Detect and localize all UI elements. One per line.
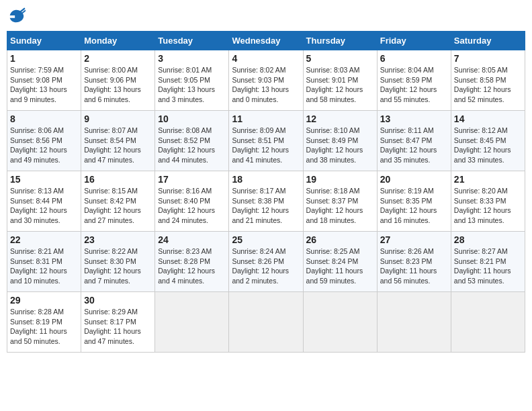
day-info: Sunrise: 8:21 AM Sunset: 8:31 PM Dayligh…: [10, 246, 78, 286]
day-cell: 12 Sunrise: 8:10 AM Sunset: 8:49 PM Dayl…: [303, 111, 377, 171]
day-number: 1: [10, 53, 78, 64]
day-info: Sunrise: 8:11 AM Sunset: 8:47 PM Dayligh…: [380, 126, 448, 165]
day-number: 19: [306, 174, 374, 185]
day-info: Sunrise: 8:06 AM Sunset: 8:56 PM Dayligh…: [10, 126, 78, 165]
day-info: Sunrise: 8:24 AM Sunset: 8:26 PM Dayligh…: [232, 246, 300, 286]
day-cell: 25 Sunrise: 8:24 AM Sunset: 8:26 PM Dayl…: [229, 232, 303, 292]
day-number: 13: [380, 113, 448, 124]
column-header-wednesday: Wednesday: [229, 32, 303, 50]
day-info: Sunrise: 8:18 AM Sunset: 8:37 PM Dayligh…: [306, 186, 374, 226]
day-number: 23: [84, 234, 152, 245]
day-number: 16: [84, 174, 152, 185]
day-cell: 22 Sunrise: 8:21 AM Sunset: 8:31 PM Dayl…: [7, 232, 81, 292]
column-header-saturday: Saturday: [451, 32, 525, 50]
day-info: Sunrise: 8:17 AM Sunset: 8:38 PM Dayligh…: [232, 186, 300, 226]
day-cell: 21 Sunrise: 8:20 AM Sunset: 8:33 PM Dayl…: [451, 171, 525, 232]
day-cell: [377, 292, 451, 353]
day-number: 30: [84, 295, 152, 306]
week-row-2: 8 Sunrise: 8:06 AM Sunset: 8:56 PM Dayli…: [7, 111, 525, 171]
day-number: 3: [158, 53, 226, 64]
day-cell: 28 Sunrise: 8:27 AM Sunset: 8:21 PM Dayl…: [451, 232, 525, 292]
column-header-sunday: Sunday: [7, 32, 81, 50]
day-info: Sunrise: 8:25 AM Sunset: 8:24 PM Dayligh…: [306, 246, 374, 286]
day-cell: 4 Sunrise: 8:02 AM Sunset: 9:03 PM Dayli…: [229, 50, 303, 111]
column-header-thursday: Thursday: [303, 32, 377, 50]
day-number: 21: [454, 174, 522, 185]
day-cell: 9 Sunrise: 8:07 AM Sunset: 8:54 PM Dayli…: [81, 111, 155, 171]
day-cell: 7 Sunrise: 8:05 AM Sunset: 8:58 PM Dayli…: [451, 50, 525, 111]
day-cell: [155, 292, 229, 353]
day-cell: 17 Sunrise: 8:16 AM Sunset: 8:40 PM Dayl…: [155, 171, 229, 232]
day-number: 5: [306, 53, 374, 64]
day-cell: 6 Sunrise: 8:04 AM Sunset: 8:59 PM Dayli…: [377, 50, 451, 111]
day-number: 18: [232, 174, 300, 185]
day-info: Sunrise: 8:01 AM Sunset: 9:05 PM Dayligh…: [158, 65, 226, 105]
day-cell: 20 Sunrise: 8:19 AM Sunset: 8:35 PM Dayl…: [377, 171, 451, 232]
day-number: 27: [380, 234, 448, 245]
day-cell: 16 Sunrise: 8:15 AM Sunset: 8:42 PM Dayl…: [81, 171, 155, 232]
day-number: 24: [158, 234, 226, 245]
calendar-header: SundayMondayTuesdayWednesdayThursdayFrid…: [7, 32, 525, 50]
column-header-friday: Friday: [377, 32, 451, 50]
day-info: Sunrise: 8:05 AM Sunset: 8:58 PM Dayligh…: [454, 65, 522, 105]
day-cell: 15 Sunrise: 8:13 AM Sunset: 8:44 PM Dayl…: [7, 171, 81, 232]
day-number: 15: [10, 174, 78, 185]
week-row-4: 22 Sunrise: 8:21 AM Sunset: 8:31 PM Dayl…: [7, 232, 525, 292]
day-cell: 23 Sunrise: 8:22 AM Sunset: 8:30 PM Dayl…: [81, 232, 155, 292]
day-number: 6: [380, 53, 448, 64]
day-number: 22: [10, 234, 78, 245]
logo: [7, 7, 28, 26]
day-number: 10: [158, 113, 226, 124]
day-cell: 27 Sunrise: 8:26 AM Sunset: 8:23 PM Dayl…: [377, 232, 451, 292]
day-info: Sunrise: 8:02 AM Sunset: 9:03 PM Dayligh…: [232, 65, 300, 105]
day-cell: 2 Sunrise: 8:00 AM Sunset: 9:06 PM Dayli…: [81, 50, 155, 111]
week-row-3: 15 Sunrise: 8:13 AM Sunset: 8:44 PM Dayl…: [7, 171, 525, 232]
day-number: 14: [454, 113, 522, 124]
day-cell: [303, 292, 377, 353]
day-info: Sunrise: 8:15 AM Sunset: 8:42 PM Dayligh…: [84, 186, 152, 226]
day-number: 7: [454, 53, 522, 64]
day-number: 12: [306, 113, 374, 124]
day-cell: [229, 292, 303, 353]
day-cell: 14 Sunrise: 8:12 AM Sunset: 8:45 PM Dayl…: [451, 111, 525, 171]
calendar-table: SundayMondayTuesdayWednesdayThursdayFrid…: [7, 31, 525, 353]
day-cell: 5 Sunrise: 8:03 AM Sunset: 9:01 PM Dayli…: [303, 50, 377, 111]
day-info: Sunrise: 8:07 AM Sunset: 8:54 PM Dayligh…: [84, 126, 152, 165]
column-header-tuesday: Tuesday: [155, 32, 229, 50]
day-number: 9: [84, 113, 152, 124]
day-cell: 1 Sunrise: 7:59 AM Sunset: 9:08 PM Dayli…: [7, 50, 81, 111]
day-cell: 3 Sunrise: 8:01 AM Sunset: 9:05 PM Dayli…: [155, 50, 229, 111]
day-info: Sunrise: 8:03 AM Sunset: 9:01 PM Dayligh…: [306, 65, 374, 105]
day-number: 29: [10, 295, 78, 306]
day-info: Sunrise: 8:10 AM Sunset: 8:49 PM Dayligh…: [306, 126, 374, 165]
day-info: Sunrise: 8:23 AM Sunset: 8:28 PM Dayligh…: [158, 246, 226, 286]
day-info: Sunrise: 8:26 AM Sunset: 8:23 PM Dayligh…: [380, 246, 448, 286]
day-number: 4: [232, 53, 300, 64]
day-cell: [451, 292, 525, 353]
day-cell: 8 Sunrise: 8:06 AM Sunset: 8:56 PM Dayli…: [7, 111, 81, 171]
day-number: 11: [232, 113, 300, 124]
day-info: Sunrise: 8:12 AM Sunset: 8:45 PM Dayligh…: [454, 126, 522, 165]
day-number: 25: [232, 234, 300, 245]
day-cell: 19 Sunrise: 8:18 AM Sunset: 8:37 PM Dayl…: [303, 171, 377, 232]
day-info: Sunrise: 8:29 AM Sunset: 8:17 PM Dayligh…: [84, 307, 152, 347]
day-cell: 10 Sunrise: 8:08 AM Sunset: 8:52 PM Dayl…: [155, 111, 229, 171]
column-header-monday: Monday: [81, 32, 155, 50]
day-cell: 29 Sunrise: 8:28 AM Sunset: 8:19 PM Dayl…: [7, 292, 81, 353]
day-info: Sunrise: 8:27 AM Sunset: 8:21 PM Dayligh…: [454, 246, 522, 286]
day-number: 8: [10, 113, 78, 124]
day-number: 2: [84, 53, 152, 64]
day-number: 26: [306, 234, 374, 245]
day-info: Sunrise: 8:28 AM Sunset: 8:19 PM Dayligh…: [10, 307, 78, 347]
day-cell: 30 Sunrise: 8:29 AM Sunset: 8:17 PM Dayl…: [81, 292, 155, 353]
day-cell: 13 Sunrise: 8:11 AM Sunset: 8:47 PM Dayl…: [377, 111, 451, 171]
day-cell: 26 Sunrise: 8:25 AM Sunset: 8:24 PM Dayl…: [303, 232, 377, 292]
day-info: Sunrise: 8:08 AM Sunset: 8:52 PM Dayligh…: [158, 126, 226, 165]
day-info: Sunrise: 8:16 AM Sunset: 8:40 PM Dayligh…: [158, 186, 226, 226]
week-row-5: 29 Sunrise: 8:28 AM Sunset: 8:19 PM Dayl…: [7, 292, 525, 353]
day-number: 28: [454, 234, 522, 245]
day-info: Sunrise: 7:59 AM Sunset: 9:08 PM Dayligh…: [10, 65, 78, 105]
day-info: Sunrise: 8:04 AM Sunset: 8:59 PM Dayligh…: [380, 65, 448, 105]
day-info: Sunrise: 8:09 AM Sunset: 8:51 PM Dayligh…: [232, 126, 300, 165]
day-cell: 24 Sunrise: 8:23 AM Sunset: 8:28 PM Dayl…: [155, 232, 229, 292]
